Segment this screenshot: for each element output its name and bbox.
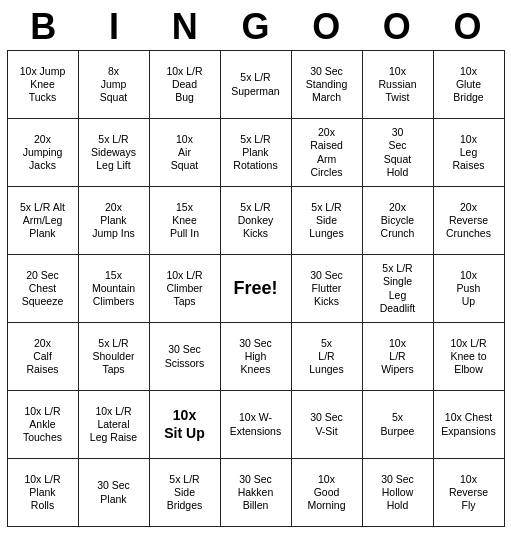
cell-r3-c4: 30 SecFlutterKicks: [291, 255, 362, 323]
cell-r0-c4: 30 SecStandingMarch: [291, 51, 362, 119]
cell-r1-c4: 20xRaisedArmCircles: [291, 119, 362, 187]
cell-r1-c5: 30SecSquatHold: [362, 119, 433, 187]
cell-r0-c5: 10xRussianTwist: [362, 51, 433, 119]
cell-r0-c1: 8xJumpSquat: [78, 51, 149, 119]
cell-r3-c0: 20 SecChestSqueeze: [7, 255, 78, 323]
cell-r4-c5: 10xL/RWipers: [362, 323, 433, 391]
cell-r1-c6: 10xLegRaises: [433, 119, 504, 187]
header-o1: O: [291, 6, 361, 48]
cell-r2-c5: 20xBicycleCrunch: [362, 187, 433, 255]
cell-r2-c2: 15xKneePull In: [149, 187, 220, 255]
cell-r4-c0: 20xCalfRaises: [7, 323, 78, 391]
cell-r3-c1: 15xMountainClimbers: [78, 255, 149, 323]
cell-r2-c0: 5x L/R AltArm/LegPlank: [7, 187, 78, 255]
header-i: I: [79, 6, 149, 48]
cell-r3-c5: 5x L/RSingleLegDeadlift: [362, 255, 433, 323]
cell-r4-c4: 5xL/RLunges: [291, 323, 362, 391]
cell-r6-c4: 10xGoodMorning: [291, 459, 362, 527]
header-n: N: [150, 6, 220, 48]
cell-r1-c1: 5x L/RSidewaysLeg Lift: [78, 119, 149, 187]
cell-r3-c6: 10xPushUp: [433, 255, 504, 323]
header-o2: O: [362, 6, 432, 48]
cell-r5-c6: 10x ChestExpansions: [433, 391, 504, 459]
cell-r0-c0: 10x JumpKneeTucks: [7, 51, 78, 119]
cell-r2-c4: 5x L/RSideLunges: [291, 187, 362, 255]
cell-r5-c3: 10x W-Extensions: [220, 391, 291, 459]
cell-r6-c3: 30 SecHakkenBillen: [220, 459, 291, 527]
cell-r6-c0: 10x L/RPlankRolls: [7, 459, 78, 527]
cell-r4-c6: 10x L/RKnee toElbow: [433, 323, 504, 391]
cell-r5-c5: 5xBurpee: [362, 391, 433, 459]
cell-r3-c2: 10x L/RClimberTaps: [149, 255, 220, 323]
header-g: G: [220, 6, 290, 48]
header-o3: O: [433, 6, 503, 48]
cell-r2-c3: 5x L/RDonkeyKicks: [220, 187, 291, 255]
cell-r0-c6: 10xGluteBridge: [433, 51, 504, 119]
bingo-header: B I N G O O O: [0, 0, 511, 50]
cell-r6-c6: 10xReverseFly: [433, 459, 504, 527]
cell-r4-c1: 5x L/RShoulderTaps: [78, 323, 149, 391]
cell-r1-c3: 5x L/RPlankRotations: [220, 119, 291, 187]
cell-r5-c0: 10x L/RAnkleTouches: [7, 391, 78, 459]
cell-r4-c3: 30 SecHighKnees: [220, 323, 291, 391]
cell-r2-c6: 20xReverseCrunches: [433, 187, 504, 255]
cell-r5-c2: 10xSit Up: [149, 391, 220, 459]
cell-r0-c3: 5x L/RSuperman: [220, 51, 291, 119]
cell-r3-c3: Free!: [220, 255, 291, 323]
cell-r5-c1: 10x L/RLateralLeg Raise: [78, 391, 149, 459]
header-b: B: [8, 6, 78, 48]
cell-r6-c5: 30 SecHollowHold: [362, 459, 433, 527]
cell-r6-c1: 30 SecPlank: [78, 459, 149, 527]
cell-r5-c4: 30 SecV-Sit: [291, 391, 362, 459]
bingo-grid: 10x JumpKneeTucks8xJumpSquat10x L/RDeadB…: [7, 50, 505, 527]
cell-r0-c2: 10x L/RDeadBug: [149, 51, 220, 119]
cell-r6-c2: 5x L/RSideBridges: [149, 459, 220, 527]
cell-r1-c0: 20xJumpingJacks: [7, 119, 78, 187]
cell-r4-c2: 30 SecScissors: [149, 323, 220, 391]
cell-r1-c2: 10xAirSquat: [149, 119, 220, 187]
cell-r2-c1: 20xPlankJump Ins: [78, 187, 149, 255]
